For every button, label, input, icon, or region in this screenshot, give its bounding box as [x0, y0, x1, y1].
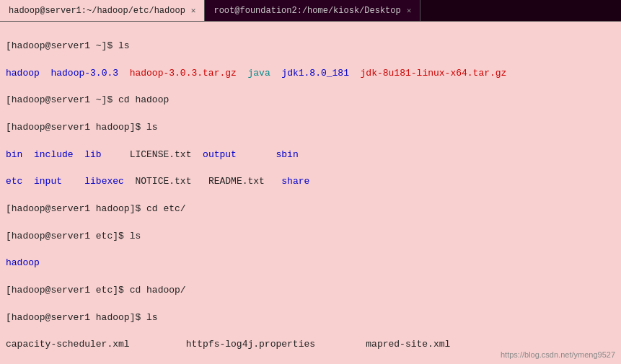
line-11: [hadoop@server1 hadoop]$ ls	[6, 311, 615, 325]
line-4: [hadoop@server1 hadoop]$ ls	[6, 121, 615, 135]
watermark: https://blog.csdn.net/ymeng9527	[501, 350, 615, 361]
line-2: hadoop hadoop-3.0.3 hadoop-3.0.3.tar.gz …	[6, 67, 615, 81]
tab-bar: hadoop@server1:~/hadoop/etc/hadoop ✕ roo…	[0, 0, 621, 22]
terminal-output: [hadoop@server1 ~]$ ls hadoop hadoop-3.0…	[0, 22, 621, 364]
tab-2-label: root@foundation2:/home/kiosk/Desktop	[213, 6, 400, 16]
tab-1-close[interactable]: ✕	[191, 6, 196, 15]
line-6: etc input libexec NOTICE.txt README.txt …	[6, 175, 615, 189]
line-5: bin include lib LICENSE.txt output sbin	[6, 148, 615, 162]
tab-1-label: hadoop@server1:~/hadoop/etc/hadoop	[9, 6, 185, 16]
tab-2-close[interactable]: ✕	[407, 6, 412, 15]
line-3: [hadoop@server1 ~]$ cd hadoop	[6, 94, 615, 107]
line-7: [hadoop@server1 hadoop]$ cd etc/	[6, 203, 615, 216]
line-1: [hadoop@server1 ~]$ ls	[6, 40, 615, 53]
line-8: [hadoop@server1 etc]$ ls	[6, 230, 615, 244]
tab-2[interactable]: root@foundation2:/home/kiosk/Desktop ✕	[205, 0, 420, 21]
tab-1[interactable]: hadoop@server1:~/hadoop/etc/hadoop ✕	[0, 0, 205, 21]
line-9: hadoop	[6, 257, 615, 270]
line-10: [hadoop@server1 etc]$ cd hadoop/	[6, 284, 615, 298]
